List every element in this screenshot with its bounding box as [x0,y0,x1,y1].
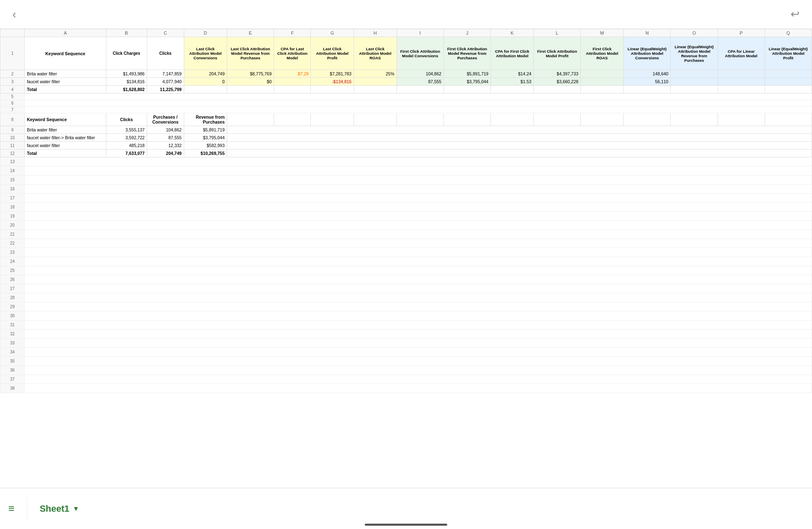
cell-12-b[interactable]: 7,633,077 [106,150,147,157]
header-cell-last-click-profit[interactable]: Last Click Attribution Model Profit [311,37,354,70]
cell-4-d[interactable] [184,86,227,94]
cell-4-a[interactable]: Total [25,86,106,94]
cell-4-g[interactable] [311,86,354,94]
cell-3-g[interactable]: -$134,816 [311,78,354,86]
cell-4-m[interactable] [581,86,624,94]
menu-button[interactable]: ≡ [8,502,14,515]
header-cell-linear-revenue[interactable]: Linear (EqualWeight) Attribution Model R… [671,37,718,70]
cell-8-d[interactable]: Revenue from Purchases [184,113,227,126]
cell-8-p[interactable] [718,113,765,126]
cell-3-i[interactable]: 87,555 [397,78,444,86]
cell-2-g[interactable]: $7,281,783 [311,70,354,78]
cell-10-b[interactable]: 3,592,722 [106,134,147,142]
cell-2-c[interactable]: 7,147,859 [147,70,184,78]
cell-8-i[interactable] [397,113,444,126]
cell-2-b[interactable]: $1,493,986 [106,70,147,78]
cell-2-m[interactable] [581,70,624,78]
header-cell-first-click-revenue[interactable]: First Click Attribution Model Revenue fr… [444,37,490,70]
header-cell-last-click-conversions[interactable]: Last Click Attribution Model Conversions [184,37,227,70]
cell-3-b[interactable]: $134,816 [106,78,147,86]
cell-3-n[interactable]: 56,110 [624,78,671,86]
cell-2-a[interactable]: Brita water filter [25,70,106,78]
cell-3-j[interactable]: $3,795,044 [444,78,490,86]
cell-3-m[interactable] [581,78,624,86]
cell-11-b[interactable]: 485,218 [106,142,147,150]
header-cell-cpa-linear[interactable]: CPA for Linear Attribution Model [718,37,765,70]
cell-3-o[interactable] [671,78,718,86]
cell-8-g[interactable] [311,113,354,126]
cell-4-c[interactable]: 11,225,799 [147,86,184,94]
header-cell-keyword-sequence[interactable]: Keyword Sequence [25,37,106,70]
cell-4-n[interactable] [624,86,671,94]
cell-2-d[interactable]: 204,749 [184,70,227,78]
cell-9-a[interactable]: Brita water filter [25,126,106,134]
cell-3-d[interactable]: 0 [184,78,227,86]
cell-2-l[interactable]: $4,397,733 [534,70,581,78]
cell-8-b[interactable]: Clicks [106,113,147,126]
undo-button[interactable]: ↩ [791,8,800,21]
cell-12-a[interactable]: Total [25,150,106,157]
cell-9-b[interactable]: 3,555,137 [106,126,147,134]
header-cell-first-click-conversions[interactable]: First Click Attribution Model Conversion… [397,37,444,70]
cell-9-d[interactable]: $5,891,719 [184,126,227,134]
cell-3-a[interactable]: faucet water filter [25,78,106,86]
cell-2-p[interactable] [718,70,765,78]
cell-4-q[interactable] [765,86,812,94]
cell-4-b[interactable]: $1,628,802 [106,86,147,94]
cell-3-q[interactable] [765,78,812,86]
sheet-tab[interactable]: Sheet1 ▼ [40,503,79,514]
cell-3-f[interactable] [274,78,311,86]
cell-8-q[interactable] [765,113,812,126]
cell-2-e[interactable]: $8,775,769 [227,70,274,78]
cell-2-q[interactable] [765,70,812,78]
cell-8-k[interactable] [490,113,533,126]
header-cell-linear-profit[interactable]: Linear (EqualWeight) Attribution Model P… [765,37,812,70]
cell-9-c[interactable]: 104,862 [147,126,184,134]
cell-8-n[interactable] [624,113,671,126]
header-cell-cpa-last-click[interactable]: CPA for Last Click Attribution Model [274,37,311,70]
header-cell-clicks[interactable]: Clicks [147,37,184,70]
cell-3-k[interactable]: $1.53 [490,78,533,86]
header-cell-last-click-revenue[interactable]: Last Click Attribution Model Revenue fro… [227,37,274,70]
cell-4-f[interactable] [274,86,311,94]
header-cell-linear-conversions[interactable]: Linear (EqualWeight) Attribution Model C… [624,37,671,70]
cell-8-c[interactable]: Purchases / Conversions [147,113,184,126]
cell-3-c[interactable]: 4,077,940 [147,78,184,86]
cell-8-l[interactable] [534,113,581,126]
cell-10-d[interactable]: $3,795,044 [184,134,227,142]
cell-2-n[interactable]: 148,640 [624,70,671,78]
cell-8-f[interactable] [274,113,311,126]
cell-2-h[interactable]: 25% [354,70,397,78]
cell-8-m[interactable] [581,113,624,126]
cell-8-h[interactable] [354,113,397,126]
cell-2-i[interactable]: 104,862 [397,70,444,78]
cell-11-c[interactable]: 12,332 [147,142,184,150]
cell-11-a[interactable]: faucet water filter [25,142,106,150]
cell-4-o[interactable] [671,86,718,94]
cell-4-e[interactable] [227,86,274,94]
cell-10-a[interactable]: faucet water filter-> Brita water filter [25,134,106,142]
cell-8-a[interactable]: Keyword Sequence [25,113,106,126]
cell-4-l[interactable] [534,86,581,94]
cell-3-h[interactable] [354,78,397,86]
cell-10-c[interactable]: 87,555 [147,134,184,142]
cell-8-e[interactable] [227,113,274,126]
cell-4-i[interactable] [397,86,444,94]
cell-8-o[interactable] [671,113,718,126]
cell-4-p[interactable] [718,86,765,94]
cell-2-f[interactable]: $7.29 [274,70,311,78]
cell-12-c[interactable]: 204,749 [147,150,184,157]
cell-3-l[interactable]: $3,660,228 [534,78,581,86]
cell-3-p[interactable] [718,78,765,86]
cell-12-d[interactable]: $10,269,755 [184,150,227,157]
cell-11-d[interactable]: $582,993 [184,142,227,150]
cell-4-h[interactable] [354,86,397,94]
cell-3-e[interactable]: $0 [227,78,274,86]
cell-2-j[interactable]: $5,891,719 [444,70,490,78]
cell-2-o[interactable] [671,70,718,78]
header-cell-cpa-first-click[interactable]: CPA for First Click Attribution Model [490,37,533,70]
header-cell-first-click-roas[interactable]: First Click Attribution Model ROAS [581,37,624,70]
header-cell-click-charges[interactable]: Click Charges [106,37,147,70]
back-button[interactable]: ‹ [12,8,16,21]
header-cell-last-click-roas[interactable]: Last Click Attribution Model ROAS [354,37,397,70]
